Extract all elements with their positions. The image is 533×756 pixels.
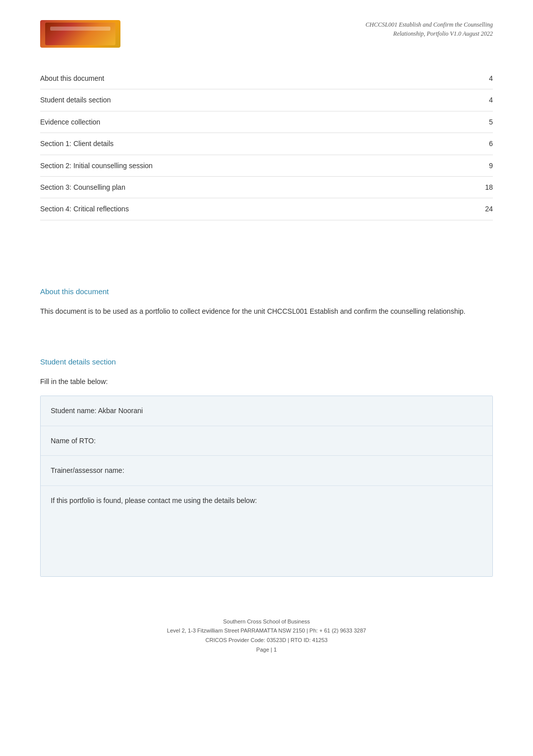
student-fill-table: Student name: Akbar Noorani Name of RTO:…: [40, 396, 493, 576]
toc-label-0: About this document: [40, 73, 104, 84]
spacer: [40, 245, 493, 286]
toc-page-4: 9: [478, 160, 493, 171]
toc-item: Section 3: Counselling plan 18: [40, 177, 493, 198]
spacer: [40, 336, 493, 351]
page-footer: Southern Cross School of Business Level …: [40, 607, 493, 655]
student-table-box: Student name: Akbar Noorani Name of RTO:…: [40, 396, 493, 576]
about-body: This document is to be used as a portfol…: [40, 306, 493, 318]
header-title-line1: CHCCSL001 Establish and Confirm the Coun…: [365, 21, 493, 28]
student-details-heading: Student details section: [40, 356, 493, 368]
toc-label-1: Student details section: [40, 94, 111, 105]
student-details-section: Student details section Fill in the tabl…: [40, 356, 493, 577]
toc-label-6: Section 4: Critical reflections: [40, 203, 129, 214]
footer-line2: Level 2, 1-3 Fitzwilliam Street PARRAMAT…: [40, 626, 493, 636]
toc-page-2: 5: [478, 116, 493, 128]
toc-item: Section 2: Initial counselling session 9: [40, 155, 493, 176]
student-row-label-2: Trainer/assessor name:: [51, 466, 124, 474]
toc-label-3: Section 1: Client details: [40, 138, 113, 149]
about-heading: About this document: [40, 286, 493, 298]
toc-page-5: 18: [478, 182, 493, 193]
header-title-line2: Relationship, Portfolio V1.0 August 2022: [393, 30, 493, 37]
student-row-label-3: If this portfolio is found, please conta…: [51, 496, 257, 505]
student-row-2: Trainer/assessor name:: [41, 456, 492, 485]
footer-page: Page | 1: [40, 645, 493, 655]
toc-item: Section 4: Critical reflections 24: [40, 198, 493, 219]
toc-label-2: Evidence collection: [40, 116, 100, 128]
logo-inner: [45, 23, 115, 45]
footer-line3: CRICOS Provider Code: 03523D | RTO ID: 4…: [40, 636, 493, 645]
logo: [40, 20, 120, 48]
footer-line1: Southern Cross School of Business: [40, 617, 493, 626]
toc-divider: [40, 220, 493, 220]
toc-item: About this document 4: [40, 68, 493, 89]
student-row-1: Name of RTO:: [41, 426, 492, 456]
page: CHCCSL001 Establish and Confirm the Coun…: [0, 0, 533, 756]
toc-page-0: 4: [478, 73, 493, 84]
student-row-0: Student name: Akbar Noorani: [41, 396, 492, 426]
about-section: About this document This document is to …: [40, 286, 493, 318]
logo-area: [40, 20, 141, 48]
toc-label-5: Section 3: Counselling plan: [40, 182, 125, 193]
toc-page-6: 24: [478, 203, 493, 214]
student-row-label-0: Student name: Akbar Noorani: [51, 407, 143, 415]
toc-page-1: 4: [478, 94, 493, 105]
student-details-intro: Fill in the table below:: [40, 376, 493, 388]
table-of-contents: About this document 4 Student details se…: [40, 68, 493, 220]
student-row-3: If this portfolio is found, please conta…: [41, 486, 492, 576]
header-title: CHCCSL001 Establish and Confirm the Coun…: [365, 20, 493, 38]
toc-item: Evidence collection 5: [40, 111, 493, 133]
toc-label-4: Section 2: Initial counselling session: [40, 160, 153, 171]
toc-item: Section 1: Client details 6: [40, 133, 493, 154]
page-header: CHCCSL001 Establish and Confirm the Coun…: [40, 20, 493, 48]
toc-item: Student details section 4: [40, 89, 493, 110]
student-row-label-1: Name of RTO:: [51, 437, 96, 445]
toc-page-3: 6: [478, 138, 493, 149]
